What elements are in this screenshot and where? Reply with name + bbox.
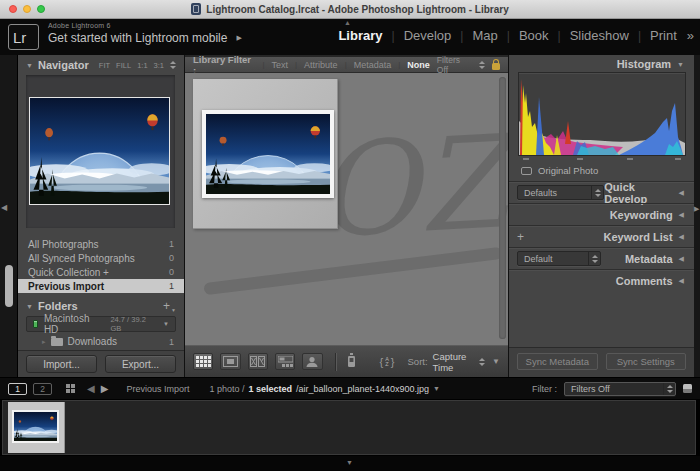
quick-develop-preset-dropdown[interactable]: Defaults	[517, 185, 604, 200]
disclosure-down-icon[interactable]: ▼	[677, 61, 684, 68]
filmstrip-collapse-icon[interactable]: ▼	[346, 459, 353, 466]
left-panel-collapse-icon[interactable]: ◀	[1, 203, 7, 212]
compare-view-button[interactable]	[248, 353, 268, 370]
stepper-icon[interactable]	[479, 61, 485, 69]
filter-preset-value[interactable]: Filters Off	[437, 55, 472, 75]
top-panel-collapse-icon[interactable]: ▲	[344, 19, 351, 26]
filmstrip[interactable]	[2, 400, 696, 455]
disclosure-left-icon[interactable]: ◀	[679, 233, 684, 241]
add-folder-button[interactable]: + ▼	[163, 299, 176, 313]
stepper-icon[interactable]	[663, 383, 675, 395]
sort-direction-button[interactable]: { AZ }	[379, 356, 394, 368]
disclosure-down-icon[interactable]: ▼	[163, 321, 169, 327]
main-window-button[interactable]: 1	[8, 383, 27, 395]
disclosure-left-icon[interactable]: ◀	[679, 277, 684, 285]
stepper-icon[interactable]	[479, 358, 485, 366]
volume-row-macintosh-hd[interactable]: Macintosh HD 24.7 / 39.2 GB ▼	[26, 316, 176, 332]
module-print[interactable]: Print	[641, 28, 686, 43]
catalog-item-all-photographs[interactable]: All Photographs 1	[18, 237, 184, 251]
filter-option-none[interactable]: None	[407, 60, 430, 70]
grid-scrollbar[interactable]	[499, 77, 506, 339]
people-view-button[interactable]	[302, 353, 322, 370]
module-book[interactable]: Book	[510, 28, 558, 43]
metadata-section[interactable]: Default Metadata◀	[509, 247, 694, 269]
filter-option-text[interactable]: Text	[272, 60, 289, 70]
grid-view-button[interactable]	[193, 353, 213, 370]
photo-thumbnail[interactable]	[206, 114, 330, 194]
left-scrollbar-thumb[interactable]	[5, 265, 13, 307]
module-map[interactable]: Map	[463, 28, 506, 43]
histogram-canvas[interactable]	[518, 72, 686, 156]
grid-view-area[interactable]: OZh	[185, 73, 508, 345]
modules-overflow-icon[interactable]: »	[687, 28, 694, 43]
second-window-button[interactable]: 2	[33, 383, 52, 395]
add-keyword-button[interactable]: +	[517, 230, 524, 244]
filmstrip-thumbnail[interactable]	[12, 410, 59, 443]
filter-option-metadata[interactable]: Metadata	[354, 60, 392, 70]
grid-view-shortcut-icon[interactable]	[66, 384, 75, 393]
people-view-icon	[306, 353, 318, 371]
folders-header[interactable]: ▼ Folders + ▼	[18, 298, 184, 314]
disclosure-down-icon[interactable]: ▼	[433, 385, 440, 392]
filmstrip-source-label[interactable]: Previous Import	[126, 384, 189, 394]
mobile-promo-label[interactable]: Get started with Lightroom mobile	[48, 31, 227, 45]
stepper-icon[interactable]	[591, 186, 603, 199]
filter-toggle-icon[interactable]	[683, 384, 692, 393]
filmstrip-filter-dropdown[interactable]: Filters Off	[564, 382, 676, 396]
close-window-icon[interactable]	[9, 5, 17, 13]
selection-breadcrumb[interactable]: 1 photo / 1 selected /air_balloon_planet…	[209, 384, 440, 394]
navigator-photo[interactable]	[29, 97, 170, 205]
comments-section[interactable]: Comments◀	[509, 269, 694, 291]
module-slideshow[interactable]: Slideshow	[561, 28, 638, 43]
folder-icon	[51, 338, 63, 346]
disclosure-left-icon[interactable]: ◀	[679, 211, 684, 219]
filter-lock-icon[interactable]	[492, 63, 501, 70]
sync-settings-button[interactable]: Sync Settings	[606, 353, 687, 370]
promo-arrow-icon[interactable]: ▶	[236, 34, 241, 42]
survey-view-button[interactable]	[275, 353, 295, 370]
navigator-header[interactable]: ▼ Navigator FIT FILL 1:1 3:1	[18, 57, 184, 73]
histogram-header[interactable]: Histogram ▼	[509, 57, 684, 71]
photo-grid-cell[interactable]	[193, 79, 338, 229]
left-panel-footer: Import... Export...	[18, 350, 184, 377]
stepper-icon[interactable]	[170, 61, 176, 69]
stepper-icon[interactable]	[588, 252, 600, 265]
zoom-fill-option[interactable]: FILL	[116, 61, 131, 70]
import-button[interactable]: Import...	[26, 355, 97, 373]
keywording-section[interactable]: Keywording◀	[509, 203, 694, 225]
painter-spray-button[interactable]	[347, 353, 356, 371]
catalog-item-previous-import[interactable]: Previous Import 1	[18, 279, 184, 293]
metadata-preset-dropdown[interactable]: Default	[517, 251, 601, 266]
keyword-list-section[interactable]: + Keyword List◀	[509, 225, 694, 247]
filter-option-attribute[interactable]: Attribute	[304, 60, 338, 70]
loupe-view-button[interactable]	[220, 353, 240, 370]
module-library[interactable]: Library	[329, 28, 391, 43]
export-button[interactable]: Export...	[105, 355, 176, 373]
disclosure-left-icon[interactable]: ◀	[679, 189, 684, 197]
zoom-window-icon[interactable]	[37, 5, 45, 13]
toolbar-options-icon[interactable]: ▼	[492, 357, 500, 366]
filmstrip-cell-selected[interactable]	[8, 402, 65, 453]
minimize-window-icon[interactable]	[23, 5, 31, 13]
left-panel: ▼ Navigator FIT FILL 1:1 3:1 All Photogr…	[18, 55, 185, 377]
folder-twisty-icon[interactable]: ▸	[42, 338, 46, 346]
zoom-3-1-option[interactable]: 3:1	[154, 61, 164, 70]
module-develop[interactable]: Develop	[395, 28, 461, 43]
go-forward-icon[interactable]: ▶	[101, 383, 109, 394]
disclosure-left-icon[interactable]: ◀	[679, 255, 684, 263]
sync-metadata-button[interactable]: Sync Metadata	[517, 353, 598, 370]
identity-plate[interactable]: Adobe Lightroom 6 Get started with Light…	[48, 22, 242, 45]
folder-row-downloads[interactable]: ▸ Downloads 1	[18, 334, 184, 349]
navigator-preview[interactable]	[26, 75, 175, 228]
filter-separator: |	[295, 60, 297, 69]
disclosure-down-icon[interactable]: ▼	[26, 62, 33, 69]
zoom-fit-option[interactable]: FIT	[99, 61, 110, 70]
go-back-icon[interactable]: ◀	[87, 383, 95, 394]
quick-develop-section[interactable]: Defaults Quick Develop◀	[509, 181, 694, 203]
zoom-1-1-option[interactable]: 1:1	[137, 61, 147, 70]
catalog-item-all-synced-photographs[interactable]: All Synced Photographs 0	[18, 251, 184, 265]
disclosure-down-icon[interactable]: ▼	[26, 303, 33, 310]
right-panel-collapse-icon[interactable]: ▶	[694, 205, 699, 213]
catalog-item-quick-collection[interactable]: Quick Collection + 0	[18, 265, 184, 279]
sort-value[interactable]: Capture Time	[433, 351, 475, 373]
